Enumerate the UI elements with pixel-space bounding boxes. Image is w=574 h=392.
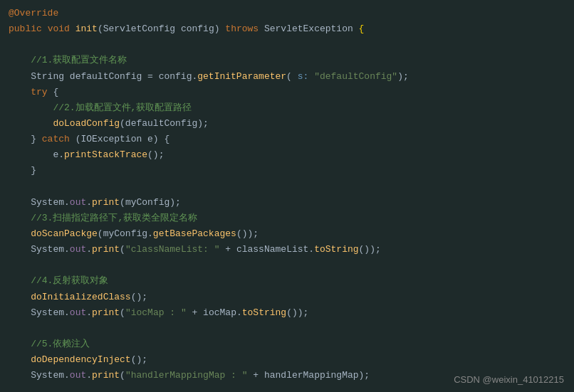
code-line-16: System . out . print ( "classNameList: "… <box>0 242 574 258</box>
code-line-2: public void init ( ServletConfig config)… <box>0 21 574 37</box>
code-line-15: doScanPackge (myConfig. getBasePackages … <box>0 226 574 242</box>
code-line-13: System . out . print (myConfig); <box>0 195 574 211</box>
method-doinitializedclass: doInitializedClass <box>31 290 130 304</box>
code-line-8: doLoadConfig (defaultConfig); <box>0 116 574 132</box>
class-system: System <box>31 196 64 210</box>
method-printstacktrace: printStackTrace <box>64 148 147 162</box>
code-line-3 <box>0 37 574 53</box>
code-line-4: //1.获取配置文件名称 <box>0 53 574 68</box>
method-print-3: print <box>92 306 120 320</box>
code-line-1: @Override <box>0 6 574 21</box>
comment-4: //4.反射获取对象 <box>9 274 108 288</box>
type-string: String <box>31 70 64 84</box>
method-init: init <box>75 22 98 36</box>
string-handlermappingmap: "handlerMappingMap : " <box>125 369 248 383</box>
param-label-s: s: <box>298 70 309 84</box>
code-line-17 <box>0 258 574 273</box>
keyword-void: void <box>48 22 70 36</box>
class-system-3: System <box>31 306 64 320</box>
string-defaultconfig: "defaultConfig" <box>314 70 397 84</box>
keyword-catch: catch <box>42 132 70 147</box>
keyword-public: public <box>9 22 42 36</box>
method-print-2: print <box>92 243 120 257</box>
code-line-10: e. printStackTrace (); <box>0 147 574 163</box>
code-line-19: doInitializedClass (); <box>0 290 574 305</box>
comment-1: //1.获取配置文件名称 <box>9 53 127 68</box>
keyword-try: try <box>31 85 47 100</box>
string-iocmap: "iocMap : " <box>125 306 187 320</box>
code-line-18: //4.反射获取对象 <box>0 273 574 289</box>
type-servletexception: ServletException <box>264 22 353 36</box>
code-line-9: } catch ( IOException e) { <box>0 132 574 147</box>
type-servletconfig: ServletConfig <box>103 22 175 36</box>
code-line-22: //5.依赖注入 <box>0 337 574 352</box>
method-doloadconfig: doLoadConfig <box>53 117 120 131</box>
string-classnamelist: "classNameList: " <box>125 243 220 257</box>
code-line-20: System . out . print ( "iocMap : " + ioc… <box>0 305 574 321</box>
field-out-3: out <box>70 306 86 320</box>
comment-3: //3.扫描指定路径下,获取类全限定名称 <box>9 211 197 226</box>
comment-2: //2.加载配置文件,获取配置路径 <box>9 101 192 115</box>
field-out-2: out <box>70 243 86 257</box>
field-out: out <box>70 196 86 210</box>
method-print-1: print <box>92 196 120 210</box>
code-line-12 <box>0 179 574 195</box>
code-line-14: //3.扫描指定路径下,获取类全限定名称 <box>0 211 574 226</box>
brace-open: { <box>359 22 365 36</box>
code-line-21 <box>0 321 574 337</box>
watermark: CSDN @weixin_41012215 <box>454 374 564 385</box>
code-editor: @Override public void init ( ServletConf… <box>0 0 574 392</box>
method-getbasepackages: getBasePackages <box>153 227 236 241</box>
type-ioexception: IOException <box>80 132 142 147</box>
field-out-4: out <box>70 369 86 383</box>
method-doscanpackge: doScanPackge <box>31 227 98 241</box>
comment-5: //5.依赖注入 <box>9 337 90 351</box>
code-line-23: doDependencyInject (); <box>0 352 574 368</box>
method-tostring-2: toString <box>242 306 286 320</box>
method-getinitparam: getInitParameter <box>197 70 286 84</box>
method-dodependencyinject: doDependencyInject <box>31 353 130 367</box>
code-line-5: String defaultConfig = config. getInitPa… <box>0 69 574 85</box>
annotation-override: @Override <box>9 6 58 21</box>
method-tostring-1: toString <box>314 243 358 257</box>
code-line-11: } <box>0 163 574 179</box>
code-line-6: try { <box>0 85 574 100</box>
code-line-7: //2.加载配置文件,获取配置路径 <box>0 100 574 116</box>
class-system-2: System <box>31 243 64 257</box>
code-line-25 <box>0 383 574 392</box>
class-system-4: System <box>31 369 64 383</box>
method-print-4: print <box>92 369 120 383</box>
keyword-throws: throws <box>225 22 259 36</box>
